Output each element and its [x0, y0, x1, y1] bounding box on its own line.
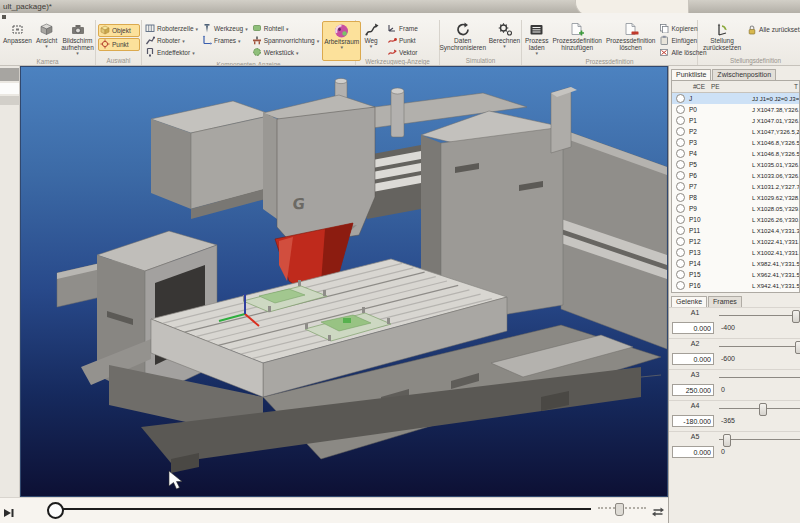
- point-radio[interactable]: [676, 204, 685, 213]
- weg-button[interactable]: Weg ▾: [358, 21, 384, 51]
- roboter-button[interactable]: Roboter▾: [144, 35, 199, 46]
- point-data: L X1029.62,Y328.8,Z80,: [739, 195, 799, 201]
- point-row[interactable]: P3L X1046.8,Y326.5,Z80,R: [672, 137, 799, 148]
- joint-value-input[interactable]: [672, 415, 714, 427]
- spannvorrichtung-button[interactable]: Spannvorrichtung▾: [251, 35, 320, 46]
- stellung-zuruecksetzen-button[interactable]: Stellung zurücksetzen: [700, 21, 744, 52]
- workpiece-icon: [252, 47, 262, 58]
- point-row[interactable]: P7L X1031.2,Y327.73,Z80,: [672, 181, 799, 192]
- workspace-swirl-icon: [333, 23, 350, 38]
- point-radio[interactable]: [676, 116, 685, 125]
- progress-track[interactable]: [63, 508, 591, 510]
- lock-icon: [747, 24, 757, 36]
- joint-slider-track[interactable]: [719, 439, 800, 440]
- point-radio[interactable]: [676, 149, 685, 158]
- anpassen-button[interactable]: Anpassen: [2, 21, 33, 45]
- point-radio[interactable]: [676, 215, 685, 224]
- video-player-bar: [0, 497, 668, 523]
- prozess-laden-button[interactable]: Prozess laden ▾: [524, 21, 549, 58]
- point-tabs: Punktliste Zwischenposition: [669, 66, 800, 80]
- point-data: L X1002.41,Y331.5,Z80,: [739, 250, 799, 256]
- endeffektor-button[interactable]: Endeffektor▾: [144, 47, 199, 58]
- document-add-icon: [569, 22, 585, 37]
- punkt-display-button[interactable]: Punkt: [386, 35, 419, 46]
- objekt-button[interactable]: Objekt: [98, 24, 140, 37]
- point-row[interactable]: P6L X1033.06,Y326.95,Z80: [672, 170, 799, 181]
- ansicht-button[interactable]: Ansicht ▾: [35, 21, 58, 51]
- point-row[interactable]: P13L X1002.41,Y331.5,Z80,: [672, 247, 799, 258]
- point-row[interactable]: P2L X1047,Y326.5,Z80,Rz0: [672, 126, 799, 137]
- frames-button[interactable]: Frames▾: [201, 35, 249, 46]
- point-row[interactable]: P0J X1047.38,Y326.5,Z480: [672, 104, 799, 115]
- joint-slider-track[interactable]: [719, 346, 800, 347]
- 3d-viewport[interactable]: G: [20, 66, 668, 497]
- point-row[interactable]: P16L X942.41,Y331.5,Z80,R: [672, 280, 799, 291]
- joint-slider-track[interactable]: [719, 315, 800, 316]
- joint-slider-track[interactable]: [719, 377, 800, 378]
- roboterzelle-button[interactable]: Roboterzelle▾: [144, 23, 199, 34]
- volume-handle[interactable]: [615, 503, 624, 516]
- tab-frames[interactable]: Frames: [708, 296, 742, 307]
- werkstueck-button[interactable]: Werkstück▾: [251, 47, 320, 58]
- point-radio[interactable]: [676, 138, 685, 147]
- point-row[interactable]: P15L X962.41,Y331.5,Z80,R: [672, 269, 799, 280]
- point-radio[interactable]: [676, 127, 685, 136]
- loop-icon[interactable]: [651, 504, 665, 522]
- point-radio[interactable]: [676, 237, 685, 246]
- point-radio[interactable]: [676, 105, 685, 114]
- tab-gelenke[interactable]: Gelenke: [671, 296, 707, 307]
- vektor-display-button[interactable]: Vektor: [386, 47, 419, 58]
- gripper-icon: [145, 47, 155, 58]
- point-radio[interactable]: [676, 160, 685, 169]
- joint-value-input[interactable]: [672, 353, 714, 365]
- joint-slider-handle[interactable]: [795, 341, 800, 354]
- joint-slider-handle[interactable]: [792, 310, 800, 323]
- playhead-handle[interactable]: [47, 502, 64, 519]
- joint-value-input[interactable]: [672, 446, 714, 458]
- point-row[interactable]: P1J X1047.01,Y326.5,Z90,: [672, 115, 799, 126]
- joint-value-input[interactable]: [672, 384, 714, 396]
- point-radio[interactable]: [676, 259, 685, 268]
- point-radio[interactable]: [676, 248, 685, 257]
- point-radio[interactable]: [676, 182, 685, 191]
- point-row[interactable]: P8L X1029.62,Y328.8,Z80,: [672, 192, 799, 203]
- rohteil-button[interactable]: Rohteil▾: [251, 23, 320, 34]
- prozessdefinition-hinzufuegen-button[interactable]: Prozessdefinition hinzufügen: [551, 21, 603, 52]
- berechnen-button[interactable]: Berechnen ▾: [488, 21, 521, 51]
- point-row[interactable]: P14L X982.41,Y331.5,Z80,R: [672, 258, 799, 269]
- werkzeug-button[interactable]: Werkzeug▾: [201, 23, 249, 34]
- point-radio[interactable]: [676, 171, 685, 180]
- point-radio[interactable]: [676, 281, 685, 290]
- point-radio[interactable]: [676, 270, 685, 279]
- prozessdefinition-loeschen-button[interactable]: Prozessdefinition löschen: [605, 21, 657, 52]
- punkt-select-button[interactable]: Punkt: [98, 38, 140, 51]
- joint-value-input[interactable]: [672, 322, 714, 334]
- point-row[interactable]: P10L X1026.26,Y330.87,Z80: [672, 214, 799, 225]
- point-data: L X1024.4,Y331.36,Z80,: [739, 228, 799, 234]
- tab-punktliste[interactable]: Punktliste: [671, 69, 711, 80]
- point-radio[interactable]: [676, 226, 685, 235]
- skip-to-end-icon[interactable]: [3, 505, 15, 523]
- point-row[interactable]: JJJ J1=0 J2=0 J3=250 J4: [672, 93, 799, 104]
- joint-slider-handle[interactable]: [723, 434, 731, 447]
- alle-zuruecksetzen-button[interactable]: Alle zurücksetzen: [746, 24, 800, 35]
- joint-slider-handle[interactable]: [759, 403, 767, 416]
- frame-display-button[interactable]: Frame: [386, 23, 419, 34]
- tab-zwischenposition[interactable]: Zwischenposition: [712, 69, 776, 80]
- point-row[interactable]: P9L X1028.05,Y329.99,Z80: [672, 203, 799, 214]
- point-radio[interactable]: [676, 94, 685, 103]
- joint-label: A5: [675, 433, 715, 440]
- point-id: P5: [685, 161, 709, 168]
- daten-synchronisieren-button[interactable]: Daten Synchronisieren: [440, 21, 486, 52]
- menu-glyph: [2, 15, 6, 19]
- point-row[interactable]: P5L X1035.01,Y326.55,Z80: [672, 159, 799, 170]
- point-row[interactable]: P11L X1024.4,Y331.36,Z80,: [672, 225, 799, 236]
- point-row[interactable]: P4L X1046.8,Y326.5,Z80,R: [672, 148, 799, 159]
- point-row[interactable]: P12L X1022.41,Y331.5,Z80,: [672, 236, 799, 247]
- daten-synchronisieren-label: Daten Synchronisieren: [439, 37, 486, 51]
- bildschirm-aufnehmen-button[interactable]: Bildschirm aufnehmen ▾: [60, 21, 95, 58]
- copy-icon: [659, 23, 669, 34]
- berechnen-caret: ▾: [503, 44, 506, 50]
- point-table-header: # CE PE T: [672, 81, 799, 93]
- point-radio[interactable]: [676, 193, 685, 202]
